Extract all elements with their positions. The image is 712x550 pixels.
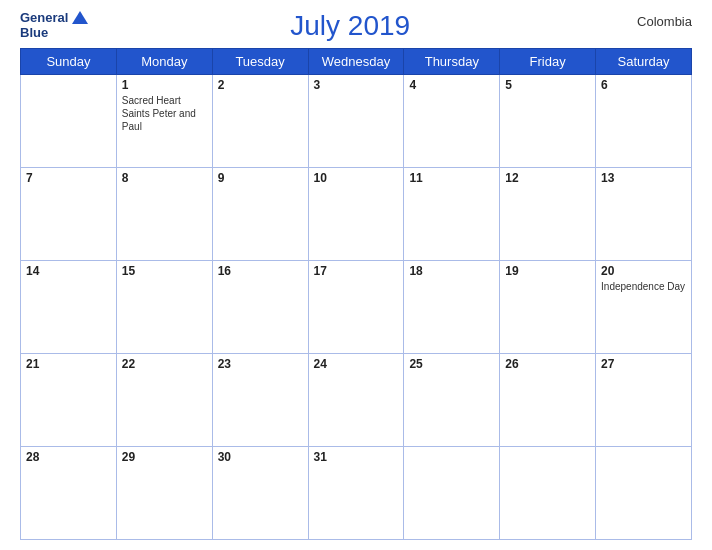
calendar-cell: 11	[404, 168, 500, 261]
calendar-cell: 4	[404, 75, 500, 168]
day-number: 13	[601, 171, 686, 185]
calendar-cell: 10	[308, 168, 404, 261]
day-number: 25	[409, 357, 494, 371]
day-number: 11	[409, 171, 494, 185]
calendar-cell: 7	[21, 168, 117, 261]
weekday-header-friday: Friday	[500, 49, 596, 75]
week-row-1: 1Sacred Heart Saints Peter and Paul23456	[21, 75, 692, 168]
weekday-header-tuesday: Tuesday	[212, 49, 308, 75]
country-label: Colombia	[612, 10, 692, 29]
calendar-cell: 26	[500, 354, 596, 447]
calendar-cell: 5	[500, 75, 596, 168]
calendar-cell: 1Sacred Heart Saints Peter and Paul	[116, 75, 212, 168]
calendar-cell: 29	[116, 447, 212, 540]
calendar-cell: 21	[21, 354, 117, 447]
calendar-cell: 2	[212, 75, 308, 168]
weekday-header-saturday: Saturday	[596, 49, 692, 75]
day-number: 12	[505, 171, 590, 185]
day-number: 10	[314, 171, 399, 185]
day-number: 16	[218, 264, 303, 278]
logo: General Blue	[20, 10, 88, 40]
day-number: 8	[122, 171, 207, 185]
day-number: 21	[26, 357, 111, 371]
calendar-header: General Blue July 2019 Colombia	[20, 10, 692, 42]
holiday-text: Sacred Heart Saints Peter and Paul	[122, 94, 207, 133]
calendar-cell: 8	[116, 168, 212, 261]
title-area: July 2019	[88, 10, 612, 42]
day-number: 15	[122, 264, 207, 278]
calendar-cell: 15	[116, 261, 212, 354]
calendar-cell: 25	[404, 354, 500, 447]
calendar-cell: 3	[308, 75, 404, 168]
calendar-cell: 22	[116, 354, 212, 447]
calendar-cell: 17	[308, 261, 404, 354]
weekday-header-thursday: Thursday	[404, 49, 500, 75]
calendar-cell: 28	[21, 447, 117, 540]
calendar-cell: 24	[308, 354, 404, 447]
day-number: 31	[314, 450, 399, 464]
day-number: 5	[505, 78, 590, 92]
day-number: 2	[218, 78, 303, 92]
calendar-cell	[404, 447, 500, 540]
calendar-cell: 18	[404, 261, 500, 354]
day-number: 14	[26, 264, 111, 278]
day-number: 17	[314, 264, 399, 278]
day-number: 24	[314, 357, 399, 371]
day-number: 18	[409, 264, 494, 278]
calendar-cell: 23	[212, 354, 308, 447]
weekday-header-wednesday: Wednesday	[308, 49, 404, 75]
day-number: 7	[26, 171, 111, 185]
day-number: 22	[122, 357, 207, 371]
calendar-cell: 19	[500, 261, 596, 354]
calendar-table: SundayMondayTuesdayWednesdayThursdayFrid…	[20, 48, 692, 540]
calendar-cell	[21, 75, 117, 168]
calendar-cell: 16	[212, 261, 308, 354]
day-number: 19	[505, 264, 590, 278]
day-number: 29	[122, 450, 207, 464]
day-number: 28	[26, 450, 111, 464]
weekday-header-monday: Monday	[116, 49, 212, 75]
day-number: 27	[601, 357, 686, 371]
calendar-cell: 30	[212, 447, 308, 540]
calendar-cell: 20Independence Day	[596, 261, 692, 354]
day-number: 30	[218, 450, 303, 464]
logo-general: General	[20, 10, 68, 25]
day-number: 4	[409, 78, 494, 92]
calendar-header-row: SundayMondayTuesdayWednesdayThursdayFrid…	[21, 49, 692, 75]
calendar-cell	[500, 447, 596, 540]
calendar-cell: 13	[596, 168, 692, 261]
day-number: 1	[122, 78, 207, 92]
calendar-cell	[596, 447, 692, 540]
day-number: 23	[218, 357, 303, 371]
calendar-cell: 27	[596, 354, 692, 447]
week-row-5: 28293031	[21, 447, 692, 540]
calendar-cell: 14	[21, 261, 117, 354]
calendar-cell: 9	[212, 168, 308, 261]
holiday-text: Independence Day	[601, 280, 686, 293]
day-number: 26	[505, 357, 590, 371]
weekday-header-sunday: Sunday	[21, 49, 117, 75]
logo-triangle-icon	[72, 11, 88, 24]
day-number: 3	[314, 78, 399, 92]
day-number: 9	[218, 171, 303, 185]
week-row-2: 78910111213	[21, 168, 692, 261]
logo-blue: Blue	[20, 25, 48, 40]
calendar-cell: 6	[596, 75, 692, 168]
calendar-cell: 12	[500, 168, 596, 261]
day-number: 6	[601, 78, 686, 92]
week-row-3: 14151617181920Independence Day	[21, 261, 692, 354]
day-number: 20	[601, 264, 686, 278]
week-row-4: 21222324252627	[21, 354, 692, 447]
calendar-cell: 31	[308, 447, 404, 540]
calendar-title: July 2019	[290, 10, 410, 41]
